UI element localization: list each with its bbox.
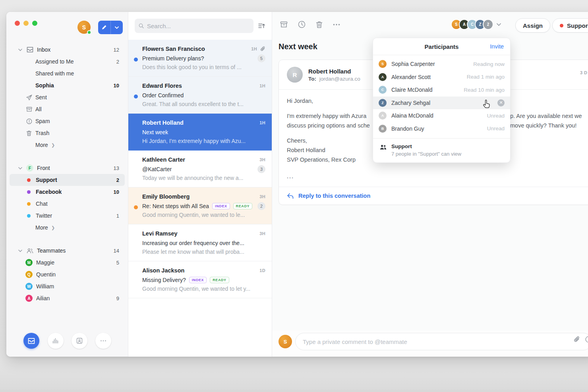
sidebar-label: All	[35, 106, 42, 112]
show-trimmed-content-button[interactable]: ...	[287, 172, 588, 181]
message-timestamp: 3 D	[580, 70, 587, 75]
inbox-view-button[interactable]	[23, 333, 39, 349]
minimize-window-button[interactable]	[23, 21, 29, 26]
chevron-down-icon[interactable]	[497, 23, 501, 26]
email-sender: Robert Holland	[142, 120, 256, 126]
sidebar-item-maggie[interactable]: M Maggie 5	[6, 257, 128, 268]
sidebar-item-all[interactable]: All	[6, 103, 128, 115]
email-subject: Re: Next steps with All Sea	[142, 203, 209, 209]
conversation-pane: S A C Z 2 Assign Support Next week R	[272, 12, 588, 357]
email-time: 3H	[259, 157, 265, 162]
participant-status: Unread	[487, 126, 505, 131]
sidebar-item-quentin[interactable]: Q Quentin	[6, 268, 128, 280]
trash-icon	[316, 21, 323, 28]
email-preview: Great. That all sounds excellent to the …	[142, 101, 265, 107]
channel-color-dot	[27, 214, 31, 218]
sidebar-count: 10	[114, 189, 119, 195]
assign-button[interactable]: Assign	[515, 18, 550, 33]
email-list-item[interactable]: Edward Flores 1H Order Confirmed Great. …	[128, 77, 272, 114]
tag-ready: READY	[210, 277, 229, 283]
sidebar-item-twitter[interactable]: Twitter 1	[6, 210, 128, 222]
bar-chart-icon	[52, 338, 59, 344]
snooze-button[interactable]	[298, 21, 306, 28]
search-input-wrapper[interactable]	[135, 19, 253, 33]
sidebar-item-ailian[interactable]: A Ailian 9	[6, 292, 128, 304]
inbox-selector-button[interactable]: Support	[552, 18, 588, 33]
participant-row[interactable]: C Claire McDonald Read 10 min ago	[373, 83, 510, 97]
sidebar-item-more-mailboxes[interactable]: More ❯	[6, 139, 128, 151]
sidebar-item-facebook[interactable]: Facebook 10	[6, 186, 128, 198]
sidebar-item-sent[interactable]: Sent	[6, 91, 128, 103]
more-apps-button[interactable]	[95, 333, 111, 349]
chevron-down-icon[interactable]	[18, 167, 24, 170]
reply-to-conversation-link[interactable]: Reply to this conversation	[279, 187, 588, 205]
email-sender: Kathleen Carter	[142, 156, 256, 163]
comment-input[interactable]	[303, 338, 574, 345]
sidebar-item-sophia[interactable]: Sophia 10	[6, 79, 128, 91]
email-sender: Alison Jackson	[142, 267, 256, 274]
assign-button-label: Assign	[523, 22, 543, 29]
tag-index: INDEX	[189, 277, 207, 283]
participant-row-hovered[interactable]: Z Zachary Sehgal ✕	[373, 97, 510, 110]
sidebar-label: Ailian	[36, 295, 50, 301]
email-subject: Premium Delivery plans?	[142, 55, 204, 62]
sidebar-label: More	[35, 142, 48, 148]
sidebar-item-more-channels[interactable]: More ❯	[6, 222, 128, 234]
more-actions-button[interactable]	[333, 21, 340, 28]
email-count-badge: 5	[257, 54, 265, 62]
participant-row[interactable]: A Alexander Scott Read 1 min ago	[373, 71, 510, 84]
conversation-toolbar: S A C Z 2 Assign Support	[272, 12, 588, 37]
sidebar-section-teammates[interactable]: Teammates 14	[6, 245, 128, 257]
analytics-button[interactable]	[48, 333, 64, 349]
remove-participant-button[interactable]: ✕	[497, 99, 505, 106]
sidebar-label: Trash	[35, 130, 49, 136]
sort-button[interactable]	[258, 23, 265, 29]
sidebar-count: 13	[114, 165, 119, 171]
sidebar-item-assigned-to-me[interactable]: Assigned to Me 2	[6, 56, 128, 68]
participant-row[interactable]: S Sophia Carpenter Reading now	[373, 58, 510, 71]
comment-input-wrapper[interactable]	[295, 333, 588, 350]
close-window-button[interactable]	[15, 21, 20, 26]
participants-avatar-stack[interactable]: S A C Z 2	[451, 19, 501, 30]
sidebar-item-chat[interactable]: Chat	[6, 198, 128, 210]
email-list-item[interactable]: Flowers San Francisco 1H Premium Deliver…	[128, 40, 272, 77]
sidebar-item-william[interactable]: W William	[6, 280, 128, 292]
email-subject: @KatCarter	[142, 166, 172, 172]
sidebar-section-front[interactable]: F Front 13	[6, 162, 128, 174]
teammate-avatar: Q	[25, 271, 33, 278]
invite-button[interactable]: Invite	[490, 43, 504, 50]
send-icon	[26, 95, 32, 100]
email-list-item[interactable]: Levi Ramsey 3H Increasing our order freq…	[128, 224, 272, 261]
sidebar-item-shared-with-me[interactable]: Shared with me	[6, 68, 128, 79]
spam-icon	[26, 118, 32, 124]
compose-button[interactable]	[98, 21, 123, 34]
email-list-item[interactable]: Alison Jackson 1D Missing Delivery? INDE…	[128, 261, 272, 298]
attach-file-button[interactable]	[574, 336, 580, 343]
sidebar-label: Sophia	[35, 82, 54, 89]
search-input[interactable]	[147, 23, 250, 29]
trash-button[interactable]	[316, 21, 323, 28]
compose-pencil-icon[interactable]	[98, 21, 110, 34]
sidebar-item-inbox[interactable]: Inbox 12	[6, 44, 128, 56]
archive-button[interactable]	[280, 21, 288, 28]
email-list-item-selected[interactable]: Robert Holland 1H Next week Hi Jordan, I…	[128, 114, 272, 151]
email-list-item[interactable]: Emily Bloomberg 3H Re: Next steps with A…	[128, 187, 272, 224]
chevron-right-icon: ❯	[51, 143, 55, 148]
screen-bottom-edge	[0, 390, 588, 392]
participant-row[interactable]: A Alaina McDonald Unread	[373, 109, 510, 122]
email-subject: Next week	[142, 129, 168, 135]
sidebar-item-trash[interactable]: Trash	[6, 127, 128, 139]
compose-dropdown-chevron-icon[interactable]	[111, 21, 123, 34]
chevron-down-icon[interactable]	[18, 249, 24, 252]
user-avatar[interactable]: S	[77, 21, 91, 34]
teammate-avatar: W	[25, 283, 33, 290]
sidebar-label: Spam	[35, 118, 50, 124]
emoji-button[interactable]	[585, 336, 588, 343]
sidebar-item-support[interactable]: Support 2	[10, 174, 125, 186]
participant-row[interactable]: B Brandon Guy Unread	[373, 122, 510, 135]
zoom-window-button[interactable]	[32, 21, 37, 26]
sidebar-item-spam[interactable]: Spam	[6, 115, 128, 127]
email-list-item[interactable]: Kathleen Carter 3H @KatCarter 3 Today we…	[128, 151, 272, 187]
contacts-button[interactable]	[72, 333, 87, 349]
chevron-down-icon[interactable]	[18, 48, 24, 51]
